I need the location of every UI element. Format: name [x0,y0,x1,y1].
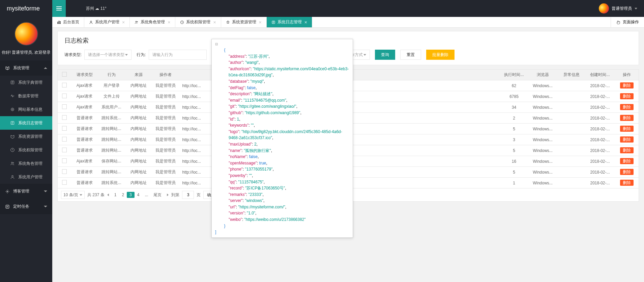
weather: 苏州 ☁ 11° [86,6,107,11]
burger-icon [56,8,62,9]
top-bar: mysiteforme 苏州 ☁ 11° 普通管理员 [0,0,644,17]
user-name: 普通管理员 [612,6,632,11]
caret-down-icon [635,8,637,9]
user-menu[interactable]: 普通管理员 [599,3,637,14]
cloud-icon: ☁ [95,6,99,11]
avatar [599,3,609,14]
menu-toggle[interactable] [52,0,66,17]
brand: mysiteforme [0,5,52,12]
